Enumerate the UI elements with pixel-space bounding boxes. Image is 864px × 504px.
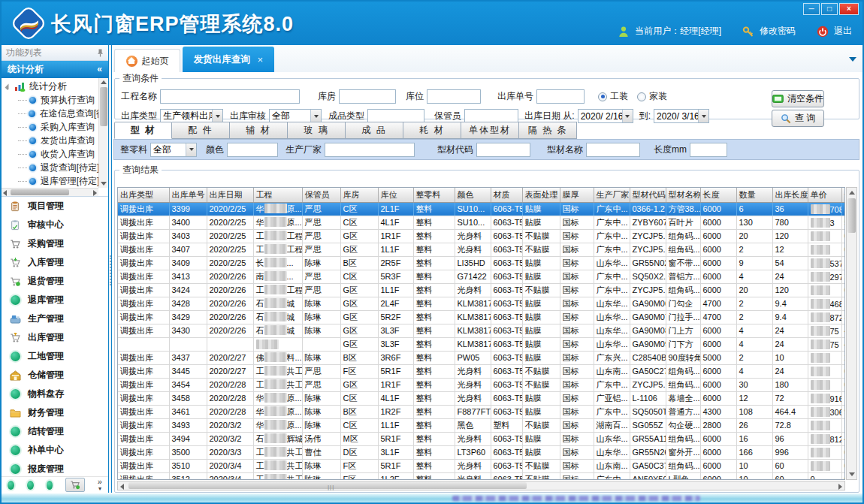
column-header[interactable]: 库房 (340, 188, 378, 202)
scroll-down-icon[interactable] (101, 182, 107, 186)
table-row[interactable]: 调拨出库34032020/2/25工工程严思G区1R1F整料光身料6063-T5… (118, 229, 845, 243)
scroll-up-icon[interactable] (849, 191, 855, 195)
sidebar-module-folder[interactable]: 财务管理 (2, 403, 108, 422)
material-tab[interactable]: 耗 材 (403, 122, 461, 139)
tree-root[interactable]: 统计分析 (2, 80, 98, 93)
module-dot-icon[interactable] (8, 481, 14, 490)
manufacturer-input[interactable] (325, 143, 415, 157)
tree-item[interactable]: 退库管理[待定] (2, 174, 98, 188)
table-row[interactable]: 调拨出库33992020/2/25华原...严思C区2L1F整料SU10...6… (118, 202, 845, 216)
column-header[interactable]: 颜色 (455, 188, 491, 202)
column-header[interactable]: 型材代码 (630, 188, 666, 202)
color-input[interactable] (227, 143, 278, 157)
sidebar-module-warehouse[interactable]: 仓储管理 (2, 366, 108, 385)
module-dot-icon[interactable] (27, 481, 34, 490)
date-from-picker[interactable]: 2020/ 2/16 (578, 109, 633, 123)
table-row[interactable]: 调拨出库34072020/2/25工工程严思G区1L1F整料光身料6063-T5… (118, 243, 845, 256)
material-tab[interactable]: 隔 热 条 (519, 122, 577, 139)
combo-arrow-icon[interactable] (186, 143, 196, 156)
material-tab[interactable]: 配 件 (172, 122, 230, 139)
sidebar-section-header[interactable]: 统计分析 « (2, 61, 108, 78)
scroll-right-icon[interactable] (93, 190, 97, 196)
search-button[interactable]: 查 询 (772, 110, 824, 127)
column-header[interactable]: 长度 (700, 188, 736, 202)
warehouse-input[interactable] (339, 89, 396, 104)
sidebar-module-circle[interactable]: 补单中心 (2, 441, 108, 460)
scroll-left-icon[interactable] (3, 190, 7, 196)
sidebar-module-circle[interactable]: 结转管理 (2, 422, 108, 441)
sidebar-module-cart-in[interactable]: 入库管理 (2, 253, 108, 272)
scroll-down-icon[interactable] (849, 472, 855, 476)
tree-item[interactable]: 采购入库查询 (2, 120, 98, 134)
tree-expander-icon[interactable] (5, 84, 13, 92)
sidebar-module-cart-out[interactable]: 出库管理 (2, 328, 108, 347)
column-header[interactable]: 工程 (253, 188, 302, 202)
sidebar-module-cart[interactable]: 采购管理 (2, 234, 108, 253)
scroll-left-icon[interactable] (120, 484, 124, 490)
table-row[interactable]: 调拨出库34292020/2/26石城陈琳G区5R2F整料KLM38176063… (118, 310, 845, 324)
sidebar-module-circle[interactable]: 报废管理 (2, 460, 108, 476)
table-row[interactable]: 调拨出库34002020/2/25华原...严思C区4L1F整料SU10...6… (118, 216, 845, 229)
logout-link[interactable]: 退出 (834, 25, 852, 38)
scrollbar-thumb[interactable]: ||| (128, 482, 527, 489)
tab-shipment-query[interactable]: 发货出库查询 × (183, 47, 274, 72)
table-row[interactable]: G区3L3F整料KLM38176063-T5贴膜国标山东华...GA90M09.… (118, 337, 845, 351)
column-header[interactable]: 金额 (841, 188, 845, 202)
table-row[interactable]: 调拨出库34372020/2/27佛料...陈琳B区3R6F整料PW056063… (118, 351, 845, 364)
location-input[interactable] (427, 89, 481, 104)
table-row[interactable]: 调拨出库35122020/3/4工共工程陈琳F区1L2F整料光身料6063-T5… (118, 472, 845, 480)
column-header[interactable]: 出库单号 (169, 188, 207, 202)
radio-work-clothing[interactable]: 工装 (598, 90, 628, 103)
sidebar-module-clipboard[interactable]: 项目管理 (2, 197, 108, 216)
material-tab[interactable]: 玻 璃 (288, 122, 346, 139)
scroll-up-icon[interactable] (101, 80, 107, 84)
table-row[interactable]: 调拨出库35102020/3/4工共工程陈琳F区5R1F整料光身料6063-T5… (118, 459, 845, 472)
tab-close-icon[interactable]: × (258, 54, 264, 65)
material-tab[interactable]: 单体型材 (461, 122, 519, 139)
table-row[interactable]: 调拨出库34242020/2/26工工程严思G区1L1F整料光身料6063-T5… (118, 283, 845, 297)
tab-list-dropdown-icon[interactable] (849, 57, 856, 62)
tree-item[interactable]: 发货出库查询 (2, 134, 98, 147)
sidebar-module-circle[interactable]: 物料盘存 (2, 385, 108, 403)
combo-arrow-icon[interactable] (698, 110, 708, 122)
profile-code-input[interactable] (476, 143, 530, 157)
sidebar-module-cart-return[interactable]: 退货管理 (2, 272, 108, 291)
minimize-button[interactable]: ─ (803, 3, 820, 15)
scrollbar-thumb[interactable] (100, 87, 107, 126)
scrollbar-thumb[interactable] (11, 189, 69, 195)
tree-item[interactable]: 退货查询[待定] (2, 161, 98, 174)
tree-item[interactable]: 预算执行查询 (2, 93, 98, 107)
column-header[interactable]: 材质 (491, 188, 522, 202)
more-modules-button[interactable]: »▾ (98, 478, 102, 492)
column-header[interactable]: 出库长度 (772, 188, 808, 202)
table-row[interactable]: 调拨出库34282020/2/26石城陈琳G区2L4F整料KLM38176063… (118, 297, 845, 310)
combo-arrow-icon[interactable] (622, 110, 633, 122)
project-name-input[interactable] (160, 89, 300, 104)
tree-item[interactable]: 收货入库查询 (2, 147, 98, 161)
change-password-link[interactable]: 修改密码 (760, 25, 796, 38)
table-row[interactable]: 调拨出库34932020/3/2华原...陈琳C区1L1F整料黑色塑料不贴膜国标… (118, 418, 845, 432)
table-row[interactable]: 调拨出库34612020/2/28华原...陈琳B区1R2F整料F8877FT6… (118, 405, 845, 418)
column-header[interactable]: 膜厚 (560, 188, 594, 202)
table-row[interactable]: 调拨出库35002020/3/3工共工程曹佳D区3L1F整料LT3P606063… (118, 445, 845, 459)
combo-arrow-icon[interactable] (212, 110, 222, 122)
column-header[interactable]: 单价 (808, 188, 841, 202)
tree-horizontal-scrollbar[interactable] (2, 188, 98, 196)
module-dot-icon[interactable] (47, 481, 53, 490)
date-to-picker[interactable]: 2020/ 3/16 (654, 109, 709, 123)
table-row[interactable]: 调拨出库34942020/3/2石辉城汤伟M区5R1F整料光身料6063-T5贴… (118, 432, 845, 445)
grid-vertical-scrollbar[interactable] (846, 187, 857, 480)
tree-vertical-scrollbar[interactable] (98, 78, 108, 188)
table-row[interactable]: 调拨出库34092020/2/25长...陈琳B区2R5F整料LI35HD606… (118, 256, 845, 270)
collapse-icon[interactable]: « (97, 61, 102, 78)
profile-name-input[interactable] (586, 143, 640, 157)
tab-home[interactable]: 起始页 (114, 49, 180, 72)
column-header[interactable]: 型材名称 (666, 188, 700, 202)
column-header[interactable]: 保管员 (302, 188, 340, 202)
column-header[interactable]: 表面处理 (522, 188, 560, 202)
grid-horizontal-scrollbar[interactable]: ||| (117, 481, 845, 490)
sidebar-module-circle[interactable]: 退库管理 (2, 291, 108, 309)
pin-icon[interactable] (97, 49, 104, 57)
column-header[interactable]: 出库日期 (207, 188, 253, 202)
column-header[interactable]: 库位 (378, 188, 413, 202)
